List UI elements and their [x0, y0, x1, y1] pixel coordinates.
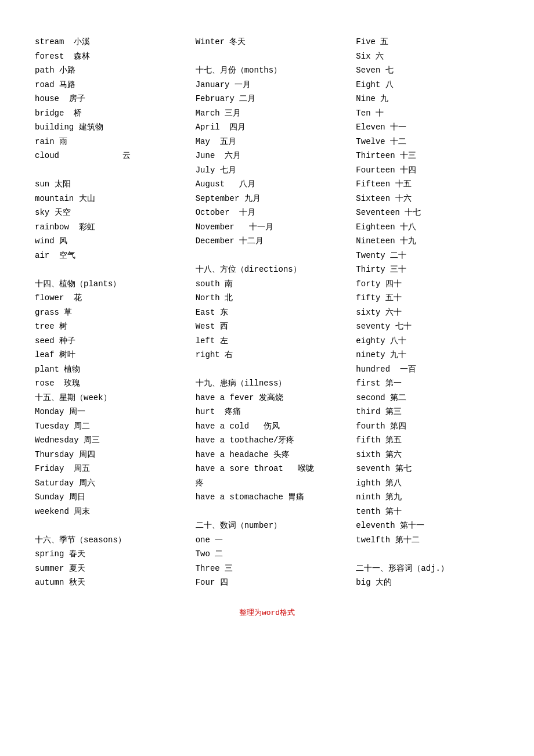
- list-item: 十八、方位（directions）: [196, 262, 345, 277]
- list-item: 十九、患病（illness）: [196, 376, 345, 391]
- list-item: Saturday 周六: [35, 476, 184, 491]
- list-item: Three 三: [196, 561, 345, 576]
- list-item: air 空气: [35, 249, 184, 263]
- list-item: February 二月: [196, 92, 345, 106]
- list-item: July 七月: [196, 163, 345, 178]
- list-item: Sunday 周日: [35, 490, 184, 505]
- list-item: have a stomachache 胃痛: [196, 490, 345, 505]
- list-item: Nineteen 十九: [356, 234, 505, 249]
- list-item: rain 雨: [35, 135, 184, 149]
- list-item: Fourteen 十四: [356, 163, 505, 178]
- list-item: plant 植物: [35, 362, 184, 377]
- list-item: Thirteen 十三: [356, 149, 505, 163]
- list-item: January 一月: [196, 78, 345, 92]
- list-item: house 房子: [35, 92, 184, 106]
- list-item: grass 草: [35, 305, 184, 320]
- list-item: Friday 周五: [35, 462, 184, 476]
- list-item: 二十一、形容词（adj.）: [356, 561, 505, 576]
- list-item: April 四月: [196, 120, 345, 135]
- list-item: stream 小溪: [35, 35, 184, 49]
- list-item: West 西: [196, 319, 345, 334]
- list-item: [196, 362, 345, 377]
- list-item: Two 二: [196, 547, 345, 561]
- list-item: [35, 262, 184, 277]
- list-item: tenth 第十: [356, 505, 505, 519]
- list-item: Thirty 三十: [356, 262, 505, 277]
- list-item: seed 种子: [35, 334, 184, 348]
- list-item: bridge 桥: [35, 106, 184, 121]
- list-item: 二十、数词（number）: [196, 519, 345, 533]
- list-item: Four 四: [196, 575, 345, 590]
- list-item: path 小路: [35, 63, 184, 78]
- list-item: East 东: [196, 305, 345, 320]
- list-item: [35, 163, 184, 178]
- list-item: have a toothache/牙疼: [196, 433, 345, 448]
- column-1: stream 小溪forest 森林path 小路road 马路house 房子…: [23, 35, 190, 590]
- list-item: [35, 519, 184, 533]
- list-item: right 右: [196, 348, 345, 362]
- list-item: Twenty 二十: [356, 249, 505, 263]
- list-item: left 左: [196, 334, 345, 348]
- list-item: second 第二: [356, 391, 505, 405]
- list-item: seventh 第七: [356, 462, 505, 476]
- list-item: 十四、植物（plants）: [35, 277, 184, 291]
- list-item: Wednesday 周三: [35, 433, 184, 448]
- list-item: Seventeen 十七: [356, 206, 505, 220]
- list-item: one 一: [196, 533, 345, 548]
- list-item: hurt 疼痛: [196, 405, 345, 419]
- list-item: Sixteen 十六: [356, 192, 505, 206]
- list-item: Seven 七: [356, 63, 505, 78]
- footer-note: 整理为word格式: [23, 607, 511, 618]
- list-item: have a headache 头疼: [196, 448, 345, 462]
- list-item: Nine 九: [356, 92, 505, 106]
- list-item: big 大的: [356, 575, 505, 590]
- list-item: tree 树: [35, 319, 184, 334]
- list-item: Fifteen 十五: [356, 177, 505, 192]
- list-item: March 三月: [196, 106, 345, 121]
- list-item: autumn 秋天: [35, 575, 184, 590]
- list-item: sky 天空: [35, 206, 184, 220]
- list-item: rainbow 彩虹: [35, 220, 184, 235]
- list-item: [356, 547, 505, 561]
- list-item: weekend 周末: [35, 505, 184, 519]
- list-item: fourth 第四: [356, 419, 505, 434]
- list-item: sixth 第六: [356, 448, 505, 462]
- list-item: have a fever 发高烧: [196, 391, 345, 405]
- list-item: forest 森林: [35, 49, 184, 64]
- list-item: December 十二月: [196, 234, 345, 249]
- list-item: [196, 249, 345, 263]
- list-item: September 九月: [196, 192, 345, 206]
- list-item: rose 玫瑰: [35, 376, 184, 391]
- list-item: fifth 第五: [356, 433, 505, 448]
- list-item: [196, 505, 345, 519]
- list-item: ninth 第九: [356, 490, 505, 505]
- list-item: seventy 七十: [356, 319, 505, 334]
- list-item: August 八月: [196, 177, 345, 192]
- list-item: November 十一月: [196, 220, 345, 235]
- list-item: third 第三: [356, 405, 505, 419]
- list-item: eighty 八十: [356, 334, 505, 348]
- list-item: Eleven 十一: [356, 120, 505, 135]
- list-item: Twelve 十二: [356, 135, 505, 149]
- list-item: have a sore throat 喉咙: [196, 462, 345, 476]
- list-item: June 六月: [196, 149, 345, 163]
- list-item: May 五月: [196, 135, 345, 149]
- list-item: south 南: [196, 277, 345, 291]
- list-item: forty 四十: [356, 277, 505, 291]
- list-item: sixty 六十: [356, 305, 505, 320]
- list-item: Ten 十: [356, 106, 505, 121]
- list-item: Six 六: [356, 49, 505, 64]
- main-content: stream 小溪forest 森林path 小路road 马路house 房子…: [23, 35, 511, 590]
- column-3: Five 五Six 六Seven 七Eight 八Nine 九Ten 十Elev…: [350, 35, 511, 590]
- list-item: leaf 树叶: [35, 348, 184, 362]
- list-item: 疼: [196, 476, 345, 491]
- list-item: wind 风: [35, 234, 184, 249]
- list-item: twelfth 第十二: [356, 533, 505, 548]
- list-item: building 建筑物: [35, 120, 184, 135]
- list-item: 十七、月份（months）: [196, 63, 345, 78]
- list-item: eleventh 第十一: [356, 519, 505, 533]
- list-item: Five 五: [356, 35, 505, 49]
- list-item: North 北: [196, 291, 345, 305]
- list-item: fifty 五十: [356, 291, 505, 305]
- list-item: have a cold 伤风: [196, 419, 345, 434]
